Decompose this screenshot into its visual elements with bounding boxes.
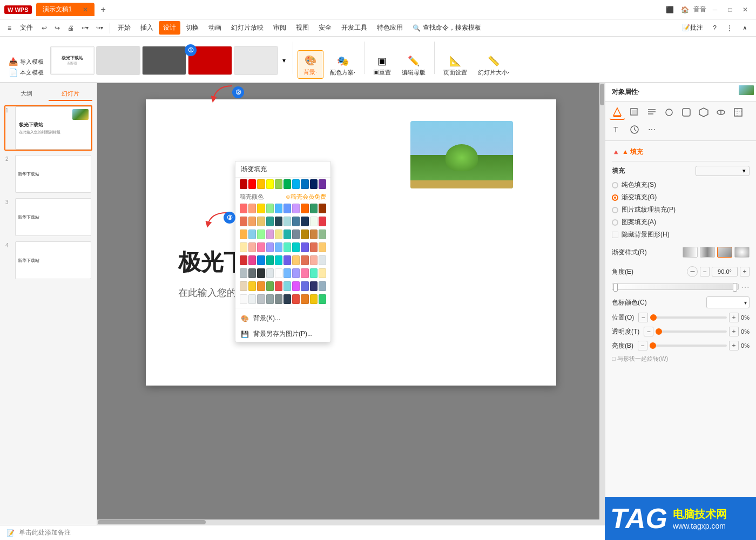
color-cell[interactable] [248, 230, 256, 239]
color-cell[interactable] [240, 179, 247, 189]
fill-dropdown[interactable]: ▾ [696, 166, 750, 176]
pattern-fill-option[interactable]: 图案填充(A) [612, 218, 750, 227]
color-cell[interactable] [257, 268, 265, 278]
color-cell[interactable] [275, 281, 282, 291]
template-3[interactable] [142, 46, 186, 75]
color-cell[interactable] [301, 204, 308, 213]
soft-edge-icon-btn[interactable] [679, 105, 694, 120]
background-btn[interactable]: 🎨 背景· [298, 50, 323, 79]
text-icon-btn[interactable]: T [610, 122, 625, 137]
color-cell[interactable] [248, 217, 256, 226]
opacity-plus-btn[interactable]: + [729, 327, 739, 336]
angle-minus-btn[interactable]: − [700, 267, 710, 276]
3d-format-icon-btn[interactable] [696, 105, 711, 120]
reflection-icon-btn[interactable] [644, 105, 659, 120]
color-cell[interactable] [248, 268, 256, 278]
color-cell[interactable] [319, 204, 326, 213]
color-cell[interactable] [275, 268, 282, 278]
brightness-handle[interactable] [650, 342, 656, 349]
color-cell[interactable] [266, 230, 274, 239]
scroll-thumb[interactable] [600, 84, 604, 105]
color-cell[interactable] [301, 294, 308, 304]
color-cell[interactable] [284, 179, 291, 189]
h-scroll-thumb[interactable] [98, 520, 206, 524]
color-cell[interactable] [292, 281, 300, 291]
color-cell[interactable] [257, 230, 265, 239]
color-cell[interactable] [240, 281, 247, 291]
color-cell[interactable] [284, 242, 291, 252]
color-cell[interactable] [248, 242, 256, 252]
color-cell[interactable] [248, 255, 256, 265]
menu-animation[interactable]: 动画 [204, 21, 226, 35]
color-cell[interactable] [266, 242, 274, 252]
undo-dropdown[interactable]: ↩▾ [78, 23, 92, 33]
canvas-area[interactable]: 极光下载站 在此输入您的封面副标题 [97, 83, 605, 525]
color-cell[interactable] [319, 230, 326, 239]
color-cell[interactable] [284, 268, 291, 278]
slide-item-2[interactable]: 2 新华下载站 [4, 154, 92, 194]
color-cell[interactable] [319, 281, 326, 291]
color-cell[interactable] [257, 242, 265, 252]
position-slider[interactable] [650, 316, 727, 319]
brightness-minus-btn[interactable]: − [638, 341, 647, 350]
import-template-btn[interactable]: 📥 导入模板 📄 本文模板 [4, 55, 48, 79]
color-cell[interactable] [292, 255, 300, 265]
color-cell[interactable] [301, 281, 308, 291]
color-cell[interactable] [257, 204, 265, 213]
glow-icon-btn[interactable] [662, 105, 677, 120]
menu-file[interactable]: 文件 [16, 21, 37, 35]
color-cell[interactable] [275, 204, 282, 213]
color-cell[interactable] [240, 268, 247, 278]
outline-tab[interactable]: 大纲 [4, 87, 49, 101]
maximize-btn[interactable]: □ [724, 3, 737, 16]
slide-item-1[interactable]: 1 极光下载站 在此输入您的封面副标题 [4, 105, 92, 151]
color-cell[interactable] [292, 204, 300, 213]
active-tab[interactable]: 演示文稿1 ✕ [36, 3, 95, 16]
color-cell[interactable] [240, 294, 247, 304]
color-cell[interactable] [248, 294, 256, 304]
brightness-slider[interactable] [650, 345, 727, 347]
color-cell[interactable] [310, 294, 318, 304]
gradient-style-3[interactable] [717, 247, 732, 258]
wps-logo[interactable]: W WPS [4, 5, 32, 14]
color-cell[interactable] [266, 217, 274, 226]
color-cell[interactable] [266, 294, 274, 304]
color-cell[interactable] [301, 242, 308, 252]
position-plus-btn[interactable]: + [729, 313, 739, 322]
template-2[interactable] [96, 46, 140, 75]
color-cell[interactable] [275, 242, 282, 252]
menu-transition[interactable]: 切换 [181, 21, 203, 35]
menu-comment[interactable]: 📝批注 [678, 21, 707, 35]
save-as-image-menu-item[interactable]: 💾 背景另存为图片(P)... [235, 326, 330, 342]
hide-bg-checkbox[interactable] [612, 232, 618, 238]
menu-security[interactable]: 安全 [314, 21, 336, 35]
color-scheme-btn[interactable]: 🎭 配色方案· [326, 51, 360, 79]
color-cell[interactable] [240, 230, 247, 239]
slide-size-btn[interactable]: 📏 幻灯片大小· [474, 51, 514, 79]
color-cell[interactable] [266, 281, 274, 291]
color-cell[interactable] [284, 294, 291, 304]
color-cell[interactable] [319, 255, 326, 265]
picture-fill-option[interactable]: 图片或纹理填充(P) [612, 205, 750, 214]
color-cell[interactable] [275, 230, 282, 239]
color-cell[interactable] [319, 242, 326, 252]
color-cell[interactable] [257, 281, 265, 291]
menu-start[interactable]: 开始 [113, 21, 135, 35]
menu-view[interactable]: 视图 [292, 21, 313, 35]
color-cell[interactable] [275, 217, 282, 226]
color-cell[interactable] [319, 294, 326, 304]
hamburger-menu[interactable]: ≡ [4, 22, 15, 34]
gradient-style-4[interactable] [734, 247, 750, 258]
color-cell[interactable] [284, 255, 291, 265]
color-cell[interactable] [301, 217, 308, 226]
color-cell[interactable] [319, 217, 326, 226]
close-btn[interactable]: ✕ [739, 3, 752, 16]
hide-bg-option[interactable]: 隐藏背景图形(H) [612, 230, 750, 239]
gradient-fill-radio[interactable] [612, 194, 618, 201]
template-scroll-down[interactable]: ▾ [280, 46, 288, 75]
menu-design[interactable]: 设计 [159, 21, 180, 35]
opacity-slider[interactable] [656, 330, 727, 333]
color-cell[interactable] [257, 294, 265, 304]
color-cell[interactable] [284, 204, 291, 213]
opacity-handle[interactable] [656, 328, 662, 335]
